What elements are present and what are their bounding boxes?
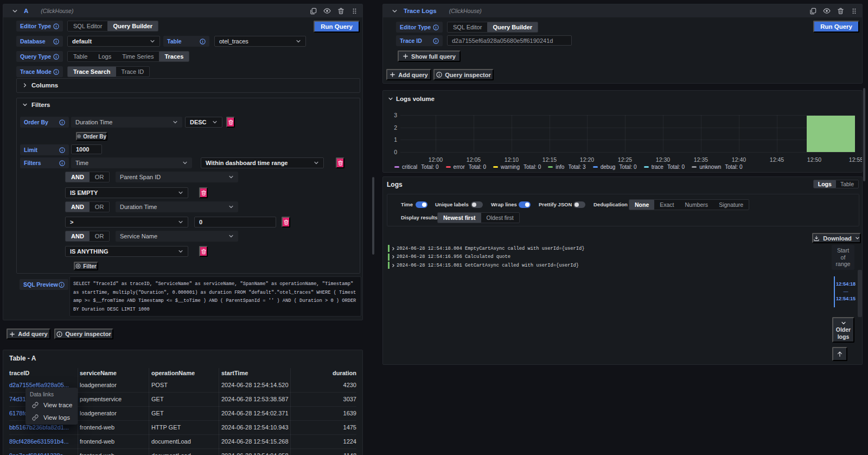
legend-item[interactable]: warningTotal: 0 [493, 164, 541, 170]
trace-mode-option-id[interactable]: Trace ID [116, 67, 150, 77]
view-option-table[interactable]: Table [836, 180, 858, 188]
log-row[interactable]: 2024-06-28 12:54:16.956 Calculated quote [388, 254, 510, 261]
show-full-query-button[interactable]: Show full query [398, 50, 461, 62]
wrap-lines-toggle[interactable] [519, 201, 531, 208]
info-icon[interactable] [59, 119, 65, 125]
remove-query-icon[interactable] [337, 8, 344, 15]
filter-field-select-time[interactable]: Time [71, 157, 192, 168]
editor-type-option-sql[interactable]: SQL Editor [68, 21, 107, 31]
drag-handle-icon[interactable] [351, 8, 358, 15]
logs-volume-plot[interactable] [400, 115, 855, 152]
legend-item[interactable]: errorTotal: 0 [446, 164, 486, 170]
info-icon[interactable] [53, 54, 59, 60]
dedup-option-signature[interactable]: Signature [713, 200, 749, 210]
and-option[interactable]: AND [66, 172, 90, 182]
add-query-button[interactable]: Add query [7, 328, 50, 339]
and-option[interactable]: AND [66, 231, 90, 241]
database-select[interactable]: default [67, 36, 160, 47]
collapse-panel-a-icon[interactable] [12, 8, 18, 14]
info-icon[interactable] [53, 39, 59, 45]
remove-filter-button[interactable] [199, 187, 208, 198]
query-inspector-button[interactable]: Query inspector [54, 328, 113, 339]
dedup-option-none[interactable]: None [629, 200, 654, 210]
download-button[interactable]: Download [812, 233, 861, 243]
table-select[interactable]: otel_traces [214, 36, 306, 47]
log-row[interactable]: 2024-06-28 12:54:15.081 GetCartAsync cal… [388, 262, 579, 269]
display-option-newest[interactable]: Newest first [438, 213, 481, 223]
dedup-option-exact[interactable]: Exact [654, 200, 679, 210]
remove-filter-button[interactable] [336, 157, 344, 168]
filter-field-select[interactable]: Service Name [116, 231, 238, 242]
info-icon[interactable] [59, 160, 65, 166]
trace-id-link[interactable]: 9ce7acf684941338a... [9, 448, 76, 455]
remove-order-by-button[interactable] [226, 117, 235, 128]
or-option[interactable]: OR [90, 231, 110, 241]
filter-operator-select[interactable]: IS EMPTY [65, 187, 188, 198]
filter-operator-select[interactable]: IS ANYTHING [65, 246, 188, 257]
info-icon[interactable] [59, 147, 65, 153]
filter-field-select[interactable]: Duration Time [116, 201, 238, 212]
and-option[interactable]: AND [66, 202, 90, 212]
display-option-oldest[interactable]: Oldest first [481, 213, 519, 223]
legend-item[interactable]: infoTotal: 3 [548, 164, 585, 170]
pane-splitter-handle[interactable] [372, 177, 374, 255]
column-header-duration[interactable]: duration [293, 368, 356, 378]
scroll-to-top-button[interactable] [832, 347, 847, 361]
view-logs-menu-item[interactable]: View logs [25, 411, 78, 424]
or-option[interactable]: OR [90, 202, 110, 212]
editor-type-option-builder[interactable]: Query Builder [487, 22, 538, 32]
query-type-option-timeseries[interactable]: Time Series [117, 52, 159, 61]
run-query-button[interactable]: Run Query [314, 21, 360, 33]
panel-a-header[interactable]: A (ClickHouse) [3, 4, 362, 17]
unique-labels-toggle[interactable] [471, 201, 483, 208]
add-query-button[interactable]: Add query [386, 69, 431, 80]
chevron-right-icon[interactable] [22, 83, 28, 88]
query-inspector-button[interactable]: Query inspector [433, 69, 494, 80]
column-header-traceid[interactable]: traceID [9, 368, 76, 378]
add-order-by-button[interactable]: Order By [76, 132, 107, 141]
remove-filter-button[interactable] [199, 246, 208, 257]
remove-query-icon[interactable] [837, 8, 844, 15]
column-header-operationname[interactable]: operationName [151, 368, 218, 378]
log-nav-scrollbar[interactable] [858, 270, 862, 317]
filter-operator-select[interactable]: > [65, 217, 188, 228]
drag-handle-icon[interactable] [851, 8, 858, 15]
view-trace-menu-item[interactable]: View trace [25, 399, 78, 411]
info-icon[interactable] [433, 38, 439, 44]
legend-item[interactable]: criticalTotal: 0 [394, 164, 439, 170]
order-by-direction-select[interactable]: DESC [185, 117, 222, 128]
add-filter-button[interactable]: Filter [74, 262, 98, 270]
duplicate-query-icon[interactable] [310, 8, 317, 15]
expand-log-icon[interactable] [391, 263, 395, 268]
dedup-option-numbers[interactable]: Numbers [680, 200, 714, 210]
remove-filter-button[interactable] [282, 217, 290, 228]
logs-volume-bar[interactable] [807, 116, 855, 152]
right-pane-scrollbar[interactable] [863, 88, 865, 181]
editor-type-option-builder[interactable]: Query Builder [107, 21, 158, 31]
view-option-logs[interactable]: Logs [814, 180, 836, 188]
filter-value-input[interactable]: 0 [194, 217, 276, 228]
column-header-servicename[interactable]: serviceName [80, 368, 148, 378]
info-icon[interactable] [53, 69, 59, 75]
editor-type-option-sql[interactable]: SQL Editor [448, 22, 487, 32]
duplicate-query-icon[interactable] [809, 8, 816, 15]
query-type-option-traces[interactable]: Traces [159, 52, 189, 61]
older-logs-button[interactable]: Older logs [832, 317, 854, 343]
collapse-trace-logs-icon[interactable] [392, 8, 398, 14]
expand-log-icon[interactable] [391, 247, 395, 251]
column-header-starttime[interactable]: startTime [221, 368, 289, 378]
info-icon[interactable] [59, 282, 65, 288]
hide-response-icon[interactable] [323, 7, 331, 15]
time-toggle[interactable] [416, 201, 427, 208]
legend-item[interactable]: traceTotal: 0 [644, 164, 685, 170]
or-option[interactable]: OR [90, 172, 110, 182]
prettify-json-toggle[interactable] [573, 201, 585, 208]
expand-log-icon[interactable] [391, 255, 395, 259]
time-filter-operator-select[interactable]: Within dashboard time range [201, 157, 324, 168]
info-icon[interactable] [53, 23, 59, 29]
chevron-down-icon[interactable] [22, 102, 28, 108]
legend-item[interactable]: debugTotal: 0 [593, 164, 637, 170]
filter-field-select[interactable]: Parent Span ID [116, 172, 238, 182]
order-by-field-select[interactable]: Duration Time [71, 117, 182, 128]
trace-id-input[interactable]: d2a7155ef6a928a05680e5ff6190241d [447, 35, 572, 46]
